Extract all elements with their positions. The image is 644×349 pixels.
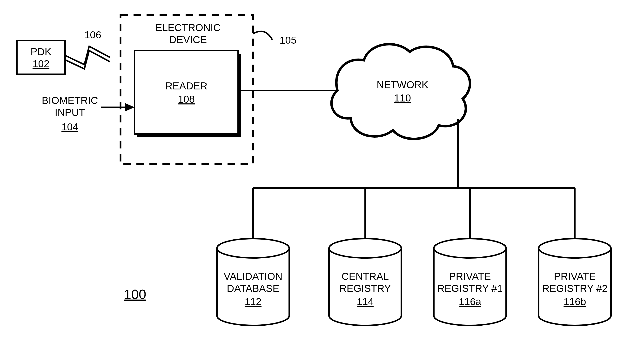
private1-line2: REGISTRY #1 bbox=[437, 283, 503, 294]
reader-block: READER 108 bbox=[134, 50, 241, 138]
svg-point-10 bbox=[217, 238, 289, 258]
pdk-block: PDK 102 bbox=[17, 40, 65, 74]
biometric-line2: INPUT bbox=[55, 107, 85, 118]
validation-line1: VALIDATION bbox=[224, 271, 282, 282]
network-label: NETWORK bbox=[377, 79, 428, 90]
biometric-line1: BIOMETRIC bbox=[42, 95, 98, 106]
private-registry-1-icon: PRIVATE REGISTRY #1 116a bbox=[434, 238, 506, 326]
validation-ref: 112 bbox=[245, 296, 262, 307]
system-diagram: PDK 102 106 ELECTRONIC DEVICE 105 READER… bbox=[0, 0, 644, 349]
network-cloud-icon: NETWORK 110 bbox=[332, 44, 470, 139]
central-registry-icon: CENTRAL REGISTRY 114 bbox=[329, 238, 401, 326]
svg-point-11 bbox=[329, 238, 401, 258]
pdk-label: PDK bbox=[30, 46, 51, 57]
private2-ref: 116b bbox=[564, 296, 586, 307]
wireless-link-icon: 106 bbox=[65, 29, 110, 69]
private1-ref: 116a bbox=[459, 296, 481, 307]
network-bus-icon bbox=[253, 119, 575, 238]
pdk-ref: 102 bbox=[32, 58, 50, 70]
validation-database-icon: VALIDATION DATABASE 112 bbox=[217, 238, 289, 326]
biometric-input: BIOMETRIC INPUT 104 bbox=[42, 95, 134, 132]
private2-line1: PRIVATE bbox=[554, 271, 596, 282]
central-ref: 114 bbox=[357, 296, 374, 307]
network-ref: 110 bbox=[394, 92, 411, 104]
device-leader-icon bbox=[253, 31, 272, 40]
central-line2: REGISTRY bbox=[339, 283, 391, 294]
electronic-device-line2: DEVICE bbox=[169, 34, 207, 45]
electronic-device-line1: ELECTRONIC bbox=[156, 22, 221, 33]
private-registry-2-icon: PRIVATE REGISTRY #2 116b bbox=[539, 238, 611, 326]
private2-line2: REGISTRY #2 bbox=[542, 283, 608, 294]
svg-point-12 bbox=[434, 238, 506, 258]
arrowhead-icon bbox=[125, 103, 134, 111]
private1-line1: PRIVATE bbox=[449, 271, 491, 282]
svg-point-13 bbox=[539, 238, 611, 258]
wireless-link-ref: 106 bbox=[84, 29, 101, 40]
reader-ref: 108 bbox=[178, 94, 195, 105]
validation-line2: DATABASE bbox=[227, 283, 279, 294]
svg-rect-2 bbox=[134, 50, 238, 134]
biometric-ref: 104 bbox=[62, 121, 78, 132]
central-line1: CENTRAL bbox=[342, 271, 389, 282]
reader-label: READER bbox=[165, 80, 207, 92]
figure-ref: 100 bbox=[124, 286, 146, 302]
electronic-device-ref: 105 bbox=[280, 34, 296, 46]
